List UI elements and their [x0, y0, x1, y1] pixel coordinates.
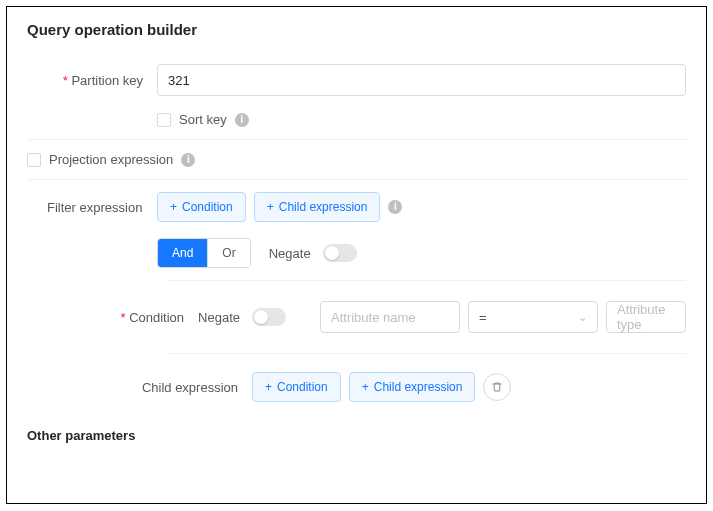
delete-icon[interactable]	[483, 373, 511, 401]
plus-icon: +	[265, 380, 272, 394]
attribute-name-input[interactable]: Attribute name	[320, 301, 460, 333]
attribute-type-input[interactable]: Attribute type	[606, 301, 686, 333]
sort-key-checkbox[interactable]	[157, 113, 171, 127]
operator-select[interactable]: = ⌄	[468, 301, 598, 333]
negate-toggle[interactable]	[323, 244, 357, 262]
filter-logic-row: And Or Negate	[7, 230, 706, 276]
logic-and-button[interactable]: And	[158, 239, 207, 267]
query-builder-panel: Query operation builder Partition key So…	[6, 6, 707, 504]
projection-row: Projection expression i	[7, 144, 706, 175]
plus-icon: +	[170, 200, 177, 214]
logic-or-button[interactable]: Or	[207, 239, 249, 267]
negate-label: Negate	[269, 246, 311, 261]
condition-label: Condition	[120, 310, 184, 325]
divider	[167, 280, 686, 281]
filter-expression-row: Filter expression +Condition +Child expr…	[7, 184, 706, 230]
partition-key-input[interactable]	[157, 64, 686, 96]
add-condition-button[interactable]: +Condition	[157, 192, 246, 222]
partition-key-label: Partition key	[27, 73, 157, 88]
plus-icon: +	[267, 200, 274, 214]
info-icon[interactable]: i	[181, 153, 195, 167]
projection-label: Projection expression	[49, 152, 173, 167]
child-add-condition-button[interactable]: +Condition	[252, 372, 341, 402]
add-child-expression-button[interactable]: +Child expression	[254, 192, 381, 222]
operator-value: =	[479, 310, 487, 325]
partition-key-row: Partition key	[7, 56, 706, 104]
child-add-child-expression-button[interactable]: +Child expression	[349, 372, 476, 402]
page-title: Query operation builder	[7, 21, 706, 56]
info-icon[interactable]: i	[235, 113, 249, 127]
filter-expression-label: Filter expression	[27, 200, 157, 215]
info-icon[interactable]: i	[388, 200, 402, 214]
sort-key-row: Sort key i	[7, 104, 706, 135]
plus-icon: +	[362, 380, 369, 394]
child-expression-row: Child expression +Condition +Child expre…	[7, 358, 706, 410]
logic-segmented: And Or	[157, 238, 251, 268]
other-parameters-heading: Other parameters	[7, 410, 706, 449]
condition-negate-toggle[interactable]	[252, 308, 286, 326]
chevron-down-icon: ⌄	[578, 311, 587, 324]
divider	[27, 179, 686, 180]
condition-row: Condition Negate Attribute name = ⌄ Attr…	[7, 285, 706, 341]
divider	[27, 139, 686, 140]
projection-checkbox[interactable]	[27, 153, 41, 167]
condition-negate-label: Negate	[198, 310, 240, 325]
divider	[167, 353, 686, 354]
child-expression-label: Child expression	[142, 380, 238, 395]
sort-key-label: Sort key	[179, 112, 227, 127]
